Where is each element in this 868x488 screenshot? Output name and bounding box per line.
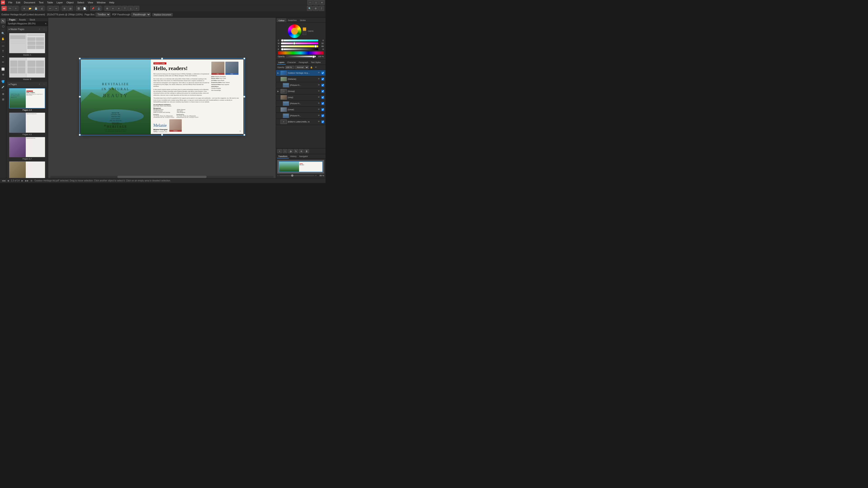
tool-view-pan[interactable]: ⊕ <box>1 92 6 96</box>
page-box-select[interactable]: TrimBox <box>96 13 110 17</box>
page-item-89[interactable]: Pages 8,9 <box>7 161 47 178</box>
layer-item-6[interactable]: (Umar) 👁 <box>276 107 326 113</box>
layer-add-btn[interactable]: + <box>277 149 282 153</box>
layer-check-0[interactable] <box>321 72 324 74</box>
master-b-item[interactable]: Master B <box>7 57 47 80</box>
layer-mask-btn[interactable]: ◑ <box>288 149 293 153</box>
layers-subtab[interactable]: Layers <box>277 61 286 65</box>
page-thumb-23[interactable]: REVITALIZE IN NATURAL BEAUTY Editor's Le… <box>9 88 45 108</box>
prev-spread-btn[interactable]: ◀ <box>7 180 9 182</box>
layer-eye-0[interactable]: 👁 <box>318 72 320 74</box>
grid-btn[interactable]: ⊞ <box>31 180 32 182</box>
layer-check-8[interactable] <box>321 121 324 123</box>
layer-expand-3[interactable]: ▶ <box>277 90 280 92</box>
menu-file[interactable]: File <box>7 1 14 4</box>
replace-document-btn[interactable]: Replace Document <box>152 13 173 16</box>
layer-item-3[interactable]: ▶ □ (Group) 👁 <box>276 88 326 94</box>
layer-eye-4[interactable]: 👁 <box>318 96 320 99</box>
share-btn[interactable]: ⤴ <box>319 6 324 11</box>
layer-item-1[interactable]: (Melanie) 👁 <box>276 76 326 82</box>
next-spread-btn[interactable]: ▶ <box>22 180 23 182</box>
stroke-tab[interactable]: Stroke <box>299 19 307 22</box>
zoom-thumb[interactable] <box>291 174 293 177</box>
layer-check-1[interactable] <box>321 78 324 80</box>
layer-check-6[interactable] <box>321 108 324 111</box>
view-mode-btn[interactable]: ⊞ <box>62 6 67 11</box>
pages-add-btn[interactable]: + <box>38 83 41 86</box>
handle-br[interactable] <box>243 134 245 136</box>
layer-item-8[interactable]: T (Editor's Letter1Hello, re 👁 <box>276 119 326 125</box>
k-track[interactable] <box>281 48 318 50</box>
m-thumb[interactable] <box>293 42 296 45</box>
transform-tab[interactable]: Transform <box>277 155 289 158</box>
menu-select[interactable]: Select <box>76 1 86 4</box>
opacity-thumb[interactable] <box>312 55 315 58</box>
c-track[interactable] <box>281 39 318 41</box>
open-doc-btn[interactable]: 📂 <box>27 6 33 11</box>
align-top-btn[interactable]: ⊤ <box>122 6 127 11</box>
tool-fill[interactable]: 🪣 <box>1 79 6 84</box>
k-thumb[interactable] <box>281 48 284 51</box>
new-doc-btn[interactable]: ⊕ <box>22 6 27 11</box>
layer-check-3[interactable] <box>321 90 324 93</box>
master-pages-header[interactable]: ▾ Master Pages + ⋯ <box>7 27 47 32</box>
tool-pen[interactable]: ✒ <box>1 54 6 59</box>
tool-pencil[interactable]: ✏ <box>1 60 6 65</box>
character-subtab[interactable]: Character <box>286 61 298 65</box>
tool-select[interactable]: ↖ <box>1 19 6 24</box>
layer-check-2[interactable] <box>321 84 324 87</box>
page-thumb-89[interactable] <box>9 161 45 178</box>
menu-layer[interactable]: Layer <box>55 1 64 4</box>
print-btn[interactable]: 🖨 <box>39 6 44 11</box>
color-wheel[interactable] <box>288 24 301 38</box>
opacity-track[interactable] <box>286 56 316 57</box>
layer-check-4[interactable] <box>321 96 324 99</box>
zoom-track[interactable] <box>279 175 314 176</box>
layer-item-2[interactable]: (Picture Fr... 👁 <box>276 82 326 88</box>
tool-frame[interactable]: ▭ <box>1 43 6 48</box>
master-a-item[interactable]: Master A <box>7 33 47 56</box>
layer-eye-1[interactable]: 👁 <box>318 78 320 80</box>
zoom-minus-btn[interactable]: − <box>277 174 278 177</box>
anchor-btn[interactable]: ⚓ <box>96 6 101 11</box>
history-tab[interactable]: History <box>289 155 298 158</box>
prev-page-btn[interactable]: ◀◀ <box>2 180 5 182</box>
layer-fx-btn[interactable]: fx <box>293 149 298 153</box>
search-btn[interactable]: 🔍 <box>307 6 312 11</box>
pin-btn[interactable]: 📌 <box>90 6 96 11</box>
master-add-btn[interactable]: + <box>38 27 41 31</box>
colour-tab[interactable]: Colour <box>277 19 286 22</box>
panel-tab-stock[interactable]: Stock <box>28 18 37 22</box>
align-center-btn[interactable]: ≡ <box>110 6 116 11</box>
place-image-btn[interactable]: 🖼 <box>76 6 81 11</box>
align-left-btn[interactable]: ⊞ <box>104 6 110 11</box>
layer-expand-0[interactable]: ▶ <box>277 72 280 74</box>
swatches-tab[interactable]: Swatches <box>287 19 298 22</box>
layer-eye-5[interactable]: 👁 <box>318 102 320 105</box>
page-thumb-67[interactable]: Drawing the artist's story... <box>9 137 45 157</box>
align-middle-btn[interactable]: ⊥ <box>128 6 133 11</box>
tool-text[interactable]: T <box>1 49 6 54</box>
blend-mode-select[interactable]: Normal <box>295 66 309 69</box>
tool-view-zoom[interactable]: ⊞ <box>1 97 6 102</box>
window-minimize[interactable]: ─ <box>307 0 313 5</box>
align-right-btn[interactable]: ≡ <box>116 6 122 11</box>
page-item-45[interactable]: Character art tutorial content... Pages … <box>7 112 47 135</box>
redo-btn[interactable]: ↪ <box>53 6 59 11</box>
layer-check-5[interactable] <box>321 102 324 105</box>
text-styles-subtab[interactable]: Text Styles <box>310 61 322 65</box>
menu-view[interactable]: View <box>86 1 95 4</box>
save-btn[interactable]: 💾 <box>33 6 39 11</box>
master-options-btn[interactable]: ⋯ <box>42 27 46 31</box>
pdf-passthrough-select[interactable]: Passthrough <box>131 13 151 17</box>
view-mode-btn2[interactable]: ▤ <box>68 6 73 11</box>
layer-lock-btn[interactable]: 🔒 <box>310 66 313 69</box>
layer-eye-7[interactable]: 👁 <box>318 114 320 117</box>
publisher-persona-btn[interactable]: AP <box>1 6 7 11</box>
c-thumb[interactable] <box>281 39 284 42</box>
m-track[interactable] <box>281 42 318 44</box>
panel-tab-pages[interactable]: Pages <box>7 18 17 22</box>
layer-style-btn[interactable]: ⊕ <box>299 149 304 153</box>
photo-persona-btn[interactable]: Ph <box>7 6 13 11</box>
pages-options-btn[interactable]: ⋯ <box>42 83 46 86</box>
